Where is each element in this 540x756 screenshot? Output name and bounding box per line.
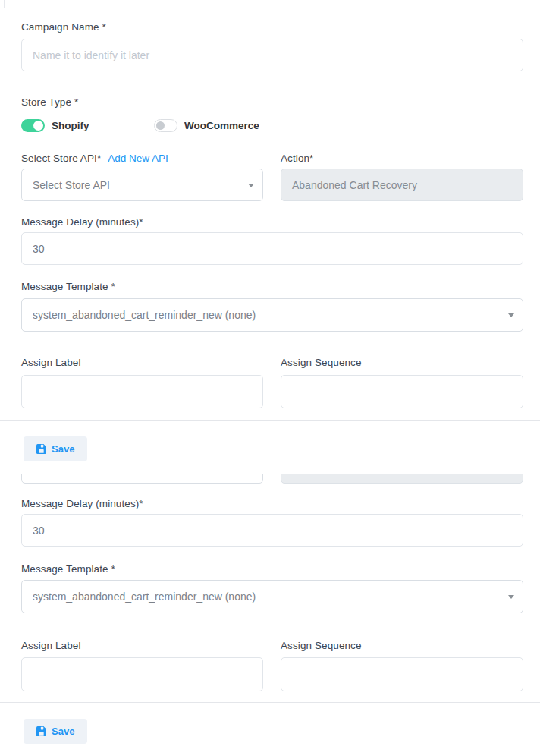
assign-label-input[interactable] bbox=[21, 375, 263, 408]
chevron-down-icon bbox=[508, 595, 514, 599]
card-footer-divider bbox=[0, 702, 540, 703]
action-input-disabled: Abandoned Cart Recovery bbox=[281, 169, 523, 201]
save-button-label: Save bbox=[52, 726, 74, 737]
store-api-select-partial[interactable] bbox=[21, 474, 263, 484]
assign-sequence-input[interactable] bbox=[281, 657, 523, 691]
toggle-knob bbox=[156, 121, 165, 130]
message-delay-input[interactable] bbox=[21, 232, 523, 265]
message-template-select[interactable]: system_abandoned_cart_reminder_new (none… bbox=[21, 580, 523, 613]
message-delay-label: Message Delay (minutes)* bbox=[21, 498, 523, 510]
store-api-label: Select Store API* bbox=[21, 153, 101, 165]
card-footer-divider bbox=[0, 420, 540, 421]
action-value: Abandoned Cart Recovery bbox=[292, 179, 417, 191]
action-label: Action* bbox=[281, 153, 313, 165]
save-button[interactable]: Save bbox=[24, 719, 87, 744]
message-delay-label: Message Delay (minutes)* bbox=[21, 216, 523, 228]
store-api-select[interactable]: Select Store API bbox=[21, 169, 263, 201]
assign-label-input[interactable] bbox=[21, 657, 263, 691]
save-button[interactable]: Save bbox=[24, 436, 87, 461]
assign-sequence-label: Assign Sequence bbox=[281, 357, 523, 369]
woocommerce-toggle-label: WooCommerce bbox=[184, 120, 259, 131]
message-template-select-value: system_abandoned_cart_reminder_new (none… bbox=[33, 309, 256, 321]
shopify-toggle-label: Shopify bbox=[52, 120, 89, 131]
assign-sequence-label: Assign Sequence bbox=[281, 640, 523, 652]
store-api-select-value: Select Store API bbox=[33, 179, 110, 191]
message-template-select[interactable]: system_abandoned_cart_reminder_new (none… bbox=[21, 298, 523, 332]
store-type-option-shopify[interactable]: Shopify bbox=[21, 119, 154, 132]
store-api-label-row: Select Store API* Add New API bbox=[21, 153, 263, 165]
save-icon bbox=[36, 444, 46, 454]
store-type-options: Shopify WooCommerce bbox=[21, 118, 523, 132]
action-label-row: Action* bbox=[281, 153, 523, 165]
message-delay-input[interactable] bbox=[21, 514, 523, 547]
assign-sequence-input[interactable] bbox=[281, 375, 523, 408]
clipped-fields-row bbox=[21, 474, 523, 484]
save-icon bbox=[36, 726, 46, 736]
campaign-name-input[interactable] bbox=[21, 39, 523, 71]
message-template-label: Message Template * bbox=[21, 281, 523, 293]
assign-label-label: Assign Label bbox=[21, 357, 263, 369]
store-type-label: Store Type * bbox=[21, 96, 523, 109]
chevron-down-icon bbox=[508, 313, 514, 317]
store-type-option-woocommerce[interactable]: WooCommerce bbox=[154, 119, 259, 132]
message-template-label: Message Template * bbox=[21, 563, 523, 575]
message-template-select-value: system_abandoned_cart_reminder_new (none… bbox=[33, 591, 256, 603]
toggle-knob bbox=[33, 121, 43, 131]
campaign-form-card: Campaign Name * Store Type * Shopify Woo… bbox=[0, 8, 540, 744]
woocommerce-toggle[interactable] bbox=[154, 119, 177, 132]
assign-label-label: Assign Label bbox=[21, 640, 263, 652]
action-input-disabled-partial bbox=[281, 474, 523, 484]
shopify-toggle[interactable] bbox=[21, 119, 45, 132]
add-new-api-link[interactable]: Add New API bbox=[108, 153, 168, 164]
save-button-label: Save bbox=[52, 443, 74, 455]
chevron-down-icon bbox=[248, 184, 254, 187]
campaign-name-label: Campaign Name * bbox=[21, 21, 523, 33]
